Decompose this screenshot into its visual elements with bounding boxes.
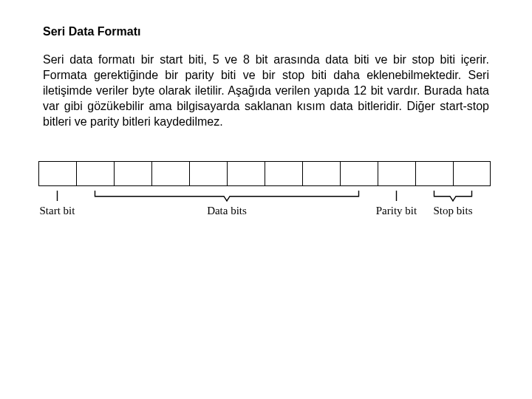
- serial-format-diagram: Start bitData bitsParity bitStop bits: [38, 160, 491, 241]
- body-paragraph: Seri data formatı bir start biti, 5 ve 8…: [43, 52, 489, 130]
- bracket-label: Data bits: [207, 205, 247, 216]
- bracket-label: Stop bits: [434, 205, 473, 216]
- section-heading: Seri Data Formatı: [43, 25, 489, 38]
- bracket-label: Start bit: [40, 205, 76, 216]
- bracket: [95, 191, 359, 201]
- bracket: [434, 191, 472, 201]
- page: Seri Data Formatı Seri data formatı bir …: [0, 0, 532, 241]
- bracket-label: Parity bit: [376, 205, 417, 216]
